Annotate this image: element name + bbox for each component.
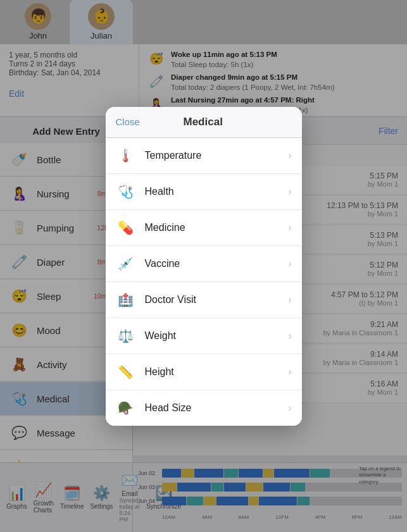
weight-icon: ⚖️ bbox=[116, 326, 136, 346]
head-size-label: Head Size bbox=[145, 402, 289, 414]
vaccine-label: Vaccine bbox=[145, 258, 289, 269]
doctor-visit-icon: 🏥 bbox=[116, 290, 136, 310]
modal-item-health[interactable]: 🩺 Health › bbox=[106, 174, 302, 210]
modal-item-height[interactable]: 📏 Height › bbox=[106, 354, 302, 390]
modal-item-vaccine[interactable]: 💉 Vaccine › bbox=[106, 246, 302, 282]
modal-item-temperature[interactable]: 🌡️ Temperature › bbox=[106, 138, 302, 174]
temperature-icon: 🌡️ bbox=[116, 145, 136, 166]
height-label: Height bbox=[145, 366, 289, 378]
modal-close-button[interactable]: Close bbox=[116, 116, 140, 127]
modal-title: Medical bbox=[184, 116, 223, 128]
temperature-label: Temperature bbox=[145, 150, 289, 161]
vaccine-chevron: › bbox=[288, 258, 291, 269]
modal-item-head-size[interactable]: 🪖 Head Size › bbox=[106, 390, 302, 426]
doctor-visit-chevron: › bbox=[288, 294, 291, 306]
health-label: Health bbox=[145, 186, 289, 197]
temperature-chevron: › bbox=[288, 150, 291, 161]
modal-header: Close Medical bbox=[106, 107, 302, 138]
health-icon: 🩺 bbox=[116, 182, 136, 202]
health-chevron: › bbox=[288, 186, 291, 197]
doctor-visit-label: Doctor Visit bbox=[145, 294, 289, 306]
modal-item-medicine[interactable]: 💊 Medicine › bbox=[106, 210, 302, 246]
height-icon: 📏 bbox=[116, 362, 136, 382]
medicine-chevron: › bbox=[288, 222, 291, 233]
head-size-chevron: › bbox=[288, 402, 291, 414]
modal-overlay: Close Medical 🌡️ Temperature › 🩺 Health … bbox=[0, 0, 407, 532]
modal-item-weight[interactable]: ⚖️ Weight › bbox=[106, 318, 302, 354]
medical-modal: Close Medical 🌡️ Temperature › 🩺 Health … bbox=[106, 107, 302, 426]
height-chevron: › bbox=[288, 366, 291, 378]
weight-label: Weight bbox=[145, 330, 289, 342]
head-size-icon: 🪖 bbox=[116, 398, 136, 418]
weight-chevron: › bbox=[288, 330, 291, 342]
modal-item-doctor-visit[interactable]: 🏥 Doctor Visit › bbox=[106, 282, 302, 318]
medicine-icon: 💊 bbox=[116, 218, 136, 238]
medicine-label: Medicine bbox=[145, 222, 289, 233]
vaccine-icon: 💉 bbox=[116, 254, 136, 274]
